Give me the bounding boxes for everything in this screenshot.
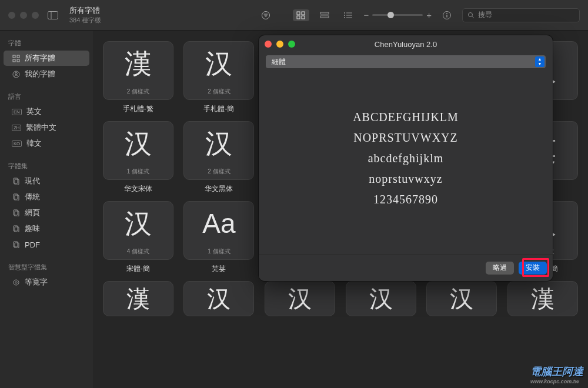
svg-rect-23 xyxy=(13,55,15,58)
font-card[interactable]: 漢 xyxy=(101,281,175,316)
font-tile[interactable]: 汉1 個樣式 xyxy=(103,121,173,180)
filter-icon[interactable] xyxy=(258,9,274,22)
font-tile[interactable]: 汉 xyxy=(265,281,335,316)
close-dot[interactable] xyxy=(8,12,15,19)
font-card[interactable]: 漢 xyxy=(506,281,580,316)
font-tile[interactable]: 汉2 個樣式 xyxy=(183,41,254,100)
dropdown-value: 細體 xyxy=(272,57,286,67)
tile-size-slider[interactable]: − + xyxy=(363,10,432,20)
view-samples-icon[interactable] xyxy=(316,9,333,21)
dialog-title: ChenYuluoyan 2.0 xyxy=(259,40,553,49)
lang-badge-en: EN xyxy=(12,109,22,115)
font-tile[interactable]: Aa1 個樣式 xyxy=(183,201,254,260)
sidebar-item-trad-chinese[interactable]: ZH 繁體中文 xyxy=(4,120,89,135)
svg-rect-25 xyxy=(13,59,15,62)
svg-rect-24 xyxy=(17,55,19,58)
zoom-dot[interactable] xyxy=(32,12,39,19)
sidebar-item-label: 傳統 xyxy=(25,192,40,202)
slider-minus-icon[interactable]: − xyxy=(363,10,369,20)
font-book-window: 所有字體 384 種字樣 − + 搜尋 xyxy=(0,0,588,388)
font-card[interactable]: 汉 xyxy=(182,281,256,316)
view-list-icon[interactable] xyxy=(340,9,356,21)
font-tile[interactable]: 汉 xyxy=(426,281,497,316)
font-tile[interactable]: 汉 xyxy=(346,281,416,316)
svg-rect-36 xyxy=(15,227,19,232)
sidebar-item-monospace[interactable]: 等寬字 xyxy=(4,275,89,290)
sidebar-heading-smart: 智慧型字體集 xyxy=(0,260,93,274)
svg-point-16 xyxy=(344,17,345,18)
lang-badge-zh: ZH xyxy=(12,125,21,131)
font-card[interactable]: 汉2 個樣式手札體-簡 xyxy=(182,41,256,114)
search-placeholder: 搜尋 xyxy=(478,10,492,20)
sidebar-item-pdf[interactable]: PDF xyxy=(4,237,89,252)
svg-rect-0 xyxy=(48,11,58,19)
skip-button[interactable]: 略過 xyxy=(486,262,514,275)
font-glyph: 汉 xyxy=(288,282,312,316)
font-tile[interactable]: 漢 xyxy=(507,281,578,316)
font-install-dialog: ChenYuluoyan 2.0 細體 ▲▼ ABCDEFGHIJKLM NOP… xyxy=(259,35,553,281)
view-grid-icon[interactable] xyxy=(293,9,309,21)
chevron-up-down-icon[interactable]: ▲▼ xyxy=(535,56,544,67)
search-input[interactable]: 搜尋 xyxy=(462,8,580,22)
font-name: 手札體-繁 xyxy=(123,104,153,114)
grid-icon xyxy=(12,54,20,62)
font-tile[interactable]: 汉4 個樣式 xyxy=(103,201,173,260)
sidebar-item-modern[interactable]: 現代 xyxy=(4,173,89,189)
sidebar-item-english[interactable]: EN 英文 xyxy=(4,104,89,119)
svg-rect-35 xyxy=(14,226,18,231)
minimize-icon[interactable] xyxy=(276,41,283,48)
font-glyph: 漢 xyxy=(531,282,554,316)
svg-rect-8 xyxy=(297,16,300,19)
sidebar-toggle-icon[interactable] xyxy=(46,10,60,21)
font-card[interactable]: 汉 xyxy=(344,281,418,316)
svg-rect-31 xyxy=(14,194,18,199)
sidebar-item-all-fonts[interactable]: 所有字體 xyxy=(4,51,89,66)
font-glyph: 汉 xyxy=(205,42,232,85)
svg-rect-30 xyxy=(15,179,19,185)
svg-rect-38 xyxy=(15,243,19,248)
preview-line: ABCDEFGHIJKLM xyxy=(353,111,459,124)
font-card[interactable]: 汉 xyxy=(425,281,499,316)
sidebar-item-label: 我的字體 xyxy=(25,69,55,79)
sidebar-item-label: PDF xyxy=(25,240,40,249)
install-button[interactable]: 安裝 xyxy=(519,262,547,275)
font-tile[interactable]: 汉 xyxy=(183,281,254,316)
window-traffic-lights[interactable] xyxy=(8,12,39,19)
font-card[interactable]: 漢2 個樣式手札體-繁 xyxy=(101,41,175,114)
sidebar-item-web[interactable]: 網頁 xyxy=(4,205,89,220)
dialog-titlebar: ChenYuluoyan 2.0 xyxy=(259,35,553,53)
font-card[interactable]: 汉2 個樣式华文黑体 xyxy=(182,121,256,194)
font-preview: ABCDEFGHIJKLM NOPRSTUVWXYZ abcdefghijklm… xyxy=(266,68,546,248)
svg-point-12 xyxy=(344,12,345,14)
slider-knob[interactable] xyxy=(387,12,394,18)
dialog-traffic-lights[interactable] xyxy=(265,41,295,48)
sidebar-item-my-fonts[interactable]: 我的字體 xyxy=(4,66,89,82)
sidebar-item-label: 現代 xyxy=(25,176,40,186)
title-block: 所有字體 384 種字樣 xyxy=(69,5,101,25)
minimize-dot[interactable] xyxy=(20,12,27,19)
font-card[interactable]: 汉 xyxy=(263,281,337,316)
collection-icon xyxy=(12,177,20,185)
font-tile[interactable]: 汉2 個樣式 xyxy=(183,121,254,180)
sidebar-item-label: 繁體中文 xyxy=(26,122,56,133)
font-tile[interactable]: 漢2 個樣式 xyxy=(103,41,173,100)
font-glyph: 汉 xyxy=(125,202,152,245)
zoom-icon[interactable] xyxy=(288,41,295,48)
font-glyph: 汉 xyxy=(125,122,152,165)
svg-rect-10 xyxy=(320,12,329,14)
close-icon[interactable] xyxy=(265,41,272,48)
font-card[interactable]: 汉4 個樣式宋體-簡 xyxy=(101,201,175,274)
info-icon[interactable] xyxy=(439,9,455,22)
sidebar-item-korean[interactable]: KO 韓文 xyxy=(4,136,89,151)
font-card[interactable]: Aa1 個樣式芫荽 xyxy=(182,201,256,274)
sidebar-item-label: 等寬字 xyxy=(25,277,48,287)
sidebar-item-fun[interactable]: 趣味 xyxy=(4,221,89,236)
titlebar: 所有字體 384 種字樣 − + 搜尋 xyxy=(0,0,588,31)
slider-plus-icon[interactable]: + xyxy=(426,10,432,20)
font-style-dropdown[interactable]: 細體 ▲▼ xyxy=(266,55,546,68)
font-tile[interactable]: 漢 xyxy=(103,281,173,316)
window-title: 所有字體 xyxy=(69,5,101,16)
sidebar-item-traditional[interactable]: 傳統 xyxy=(4,189,89,205)
svg-rect-26 xyxy=(17,59,19,62)
font-card[interactable]: 汉1 個樣式华文宋体 xyxy=(101,121,175,194)
